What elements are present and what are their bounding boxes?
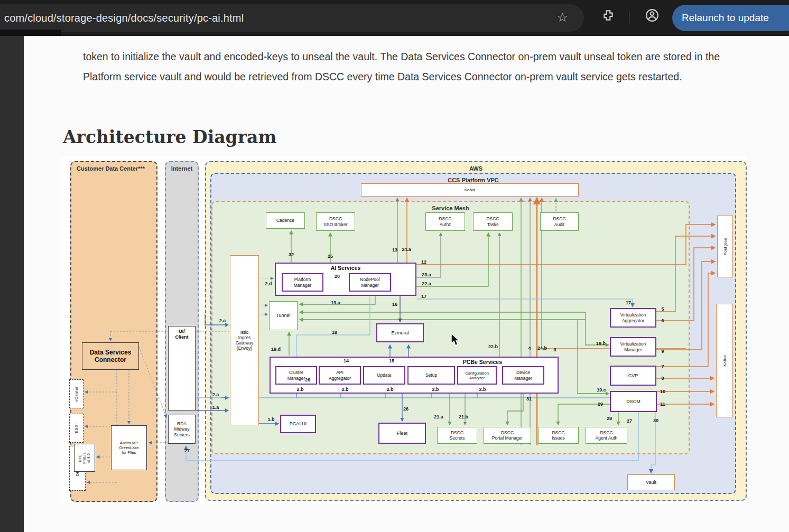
region-label: Service Mesh [212, 205, 689, 211]
edge-label-12: 12 [421, 259, 426, 265]
edge-label-22.a: 22.a [422, 281, 431, 286]
nodepool-manager: NodePool Manager [349, 273, 391, 292]
edge-label-4: 4 [528, 346, 531, 351]
edge-label-24.b: 24.b [537, 346, 547, 351]
ezmeral: Ezmeral [376, 323, 424, 342]
cvp: CVP [610, 366, 656, 386]
edge-label-2.c: 2.c [219, 318, 226, 323]
edge-label-2.b: 2.b [479, 387, 486, 392]
dscc-authz: DSCC Authz [425, 212, 465, 231]
edge-label-19.a: 19.a [331, 300, 340, 305]
edge-label-20: 20 [335, 274, 340, 279]
cadence: Cadence [266, 212, 305, 229]
edge-label-22.b: 22.b [488, 344, 498, 349]
edge-label-17: 17 [626, 300, 631, 305]
page-heading: Architecture Diagram [63, 127, 276, 147]
edge-label-2.b: 2.b [296, 387, 303, 392]
edge-label-2.d: 2.d [265, 281, 272, 286]
edge-label-3: 3 [553, 347, 556, 352]
browser-toolbar: com/cloud/storage-design/docs/security/p… [0, 0, 789, 36]
configuration-analyzer: Configuration Analyzer [457, 366, 497, 385]
region-label: Customer Data Center*** [77, 165, 145, 172]
edge-label-1.a: 1.a [212, 405, 219, 410]
hpe-proliant: HPE ProLia nt 8.0 [74, 444, 95, 472]
url-text[interactable]: com/cloud/storage-design/docs/security/p… [4, 12, 244, 24]
dscc-agent-auth: DSCC Agent Auth [586, 427, 627, 444]
edge-label-23.a: 23.a [422, 272, 431, 277]
dscc-secrets: DSCC Secrets [437, 427, 477, 444]
edge-label-8: 8 [661, 376, 664, 381]
edge-label-15: 15 [389, 358, 394, 363]
postgres: Postgres [717, 216, 733, 277]
edge-label-24.a: 24.a [402, 247, 411, 252]
edge-label-21.b: 21.b [459, 414, 468, 419]
edge-label-26: 26 [403, 406, 409, 412]
virtualization-aggregator: Virtualization Aggregator [610, 308, 656, 328]
edge-label-32: 32 [289, 252, 294, 257]
istio-ingress-gateway: Istio Ingres Gateway (Envoy) [230, 255, 259, 425]
edge-label-2.b: 2.b [341, 387, 348, 392]
fleet: Fleet [378, 423, 426, 444]
edge-label-18: 18 [332, 330, 337, 335]
edge-label-27: 27 [184, 448, 190, 453]
ai-services-title: AI Services [276, 265, 415, 272]
edge-label-17: 17 [421, 294, 426, 299]
dscc-issues: DSCC Issues [538, 427, 579, 444]
dscc-audit: DSCC Audit [540, 212, 579, 231]
edge-label-9: 9 [661, 349, 664, 354]
extensions-icon[interactable] [601, 8, 615, 24]
edge-label-30: 30 [653, 418, 658, 423]
dscc-portal-manager: DSCC Portal Manager [484, 427, 531, 444]
edge-label-6: 6 [661, 318, 664, 323]
edge-label-16: 16 [392, 302, 397, 307]
diagram-canvas: Customer Data Center*** Internet AWS CCS… [62, 156, 747, 505]
profile-icon[interactable] [645, 8, 659, 24]
alletra-mp-greenlake: Alletra MP GreenLake for Files [111, 425, 147, 470]
setup: Setup [407, 366, 455, 385]
bookmark-star-icon[interactable]: ☆ [556, 10, 568, 25]
edge-label-31: 31 [526, 396, 532, 402]
edge-label-2.b: 2.b [432, 387, 439, 392]
api-aggregator: API Aggregator [319, 366, 361, 385]
edge-label-2.a: 2.a [212, 392, 219, 397]
vault: Vault [627, 474, 675, 490]
device-manager: Device Manager [502, 366, 544, 385]
edge-label-19.b: 19.b [596, 341, 606, 346]
edge-label-29: 29 [598, 402, 603, 407]
esxi: ESXi [69, 414, 83, 443]
dscm: DSCM [610, 391, 657, 412]
address-bar[interactable]: com/cloud/storage-design/docs/security/p… [0, 4, 584, 32]
kafka-bar: Kafka [361, 183, 579, 197]
vcenter: vCenter [69, 379, 83, 408]
edge-label-13: 13 [392, 247, 397, 253]
edge-label-5: 5 [661, 306, 664, 312]
edge-label-19.d: 19.d [271, 347, 281, 352]
relaunch-button[interactable]: Relaunch to update [672, 5, 789, 31]
virtualization-manager: Virtualization Manager [610, 337, 656, 357]
edge-label-11: 11 [660, 402, 665, 407]
dscc-tasks: DSCC Tasks [473, 212, 513, 231]
edge-label-14: 14 [344, 358, 349, 363]
edge-label-28: 28 [607, 416, 612, 421]
ui-client: UI/ Client [168, 326, 196, 410]
body-paragraph: token to initialize the vault and encode… [83, 46, 754, 87]
edge-label-10: 10 [660, 389, 665, 394]
region-label: CCS Platform VPC [211, 177, 735, 183]
pcbe-services-title: PCBe Services [271, 359, 558, 366]
tunnel: Tunnel [269, 301, 298, 330]
window-corner [0, 30, 61, 36]
pcai-ui: PCAI UI [280, 415, 316, 433]
platform-manager: Platform Manager [282, 273, 323, 292]
region-label: Internet [166, 165, 198, 172]
edge-label-25: 25 [328, 254, 333, 259]
edge-label-7: 7 [661, 364, 664, 369]
rda-midway-servers: RDA Midway Servers [168, 415, 196, 444]
data-services-connector: Data Services Connector [82, 342, 139, 370]
edge-label-26: 26 [305, 377, 310, 382]
update: Update [363, 366, 405, 385]
edge-label-1.b: 1.b [267, 417, 274, 422]
edge-label-21.a: 21.a [434, 414, 443, 419]
mouse-cursor [450, 333, 463, 348]
toolbar-divider [629, 12, 629, 25]
region-label: AWS [206, 165, 746, 172]
